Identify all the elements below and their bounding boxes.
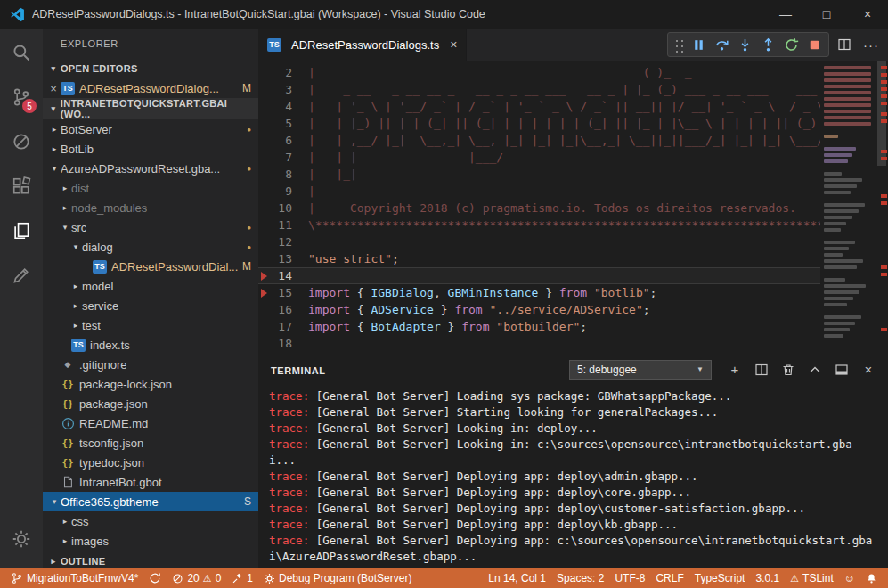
line-number[interactable]: 13 bbox=[258, 250, 292, 267]
code-line[interactable]: "use strict"; bbox=[308, 250, 820, 267]
tree-item-tsconfig-json[interactable]: {}tsconfig.json bbox=[43, 433, 258, 453]
activity-extensions[interactable] bbox=[0, 164, 43, 208]
code-line[interactable]: | |_| | bbox=[308, 166, 820, 183]
maximize-button[interactable]: □ bbox=[806, 0, 847, 29]
open-editor-item[interactable]: ×TSADResetPasswordDialog...M bbox=[43, 78, 258, 98]
code-line[interactable]: | | bbox=[308, 183, 820, 200]
code-line[interactable]: import { BotAdapter } from "botbuilder"; bbox=[308, 318, 820, 335]
git-branch-status[interactable]: MigrationToBotFmwV4* bbox=[5, 568, 143, 588]
problems-status[interactable]: 20 ⚠ 0 bbox=[167, 568, 226, 588]
open-editors-header[interactable]: ▾ OPEN EDITORS bbox=[43, 59, 258, 78]
notifications-bell[interactable] bbox=[860, 568, 883, 588]
tree-item-office365-gbtheme[interactable]: ▾Office365.gbthemeS bbox=[43, 492, 258, 511]
terminal-selector[interactable]: 5: debuggee ▼ bbox=[569, 360, 712, 380]
outline-header[interactable]: ▸ OUTLINE bbox=[43, 551, 258, 568]
line-number[interactable]: 6 bbox=[258, 132, 292, 149]
tree-item-css[interactable]: ▸css bbox=[43, 511, 258, 531]
settings-gear-icon[interactable] bbox=[0, 517, 43, 561]
line-number[interactable]: 2 bbox=[258, 64, 292, 81]
tree-item-azureadpasswordreset-gba-[interactable]: ▾AzureADPasswordReset.gba...● bbox=[43, 159, 258, 178]
code-area[interactable]: | ( )_ _ || _ __ _ __ __ _ __ _ _ __ ___… bbox=[308, 61, 820, 355]
line-number[interactable]: 18 bbox=[258, 335, 292, 352]
line-number[interactable]: 3 bbox=[258, 81, 292, 98]
tree-item-package-lock-json[interactable]: {}package-lock.json bbox=[43, 374, 258, 394]
tree-item-botserver[interactable]: ▸BotServer● bbox=[43, 119, 258, 139]
code-line[interactable]: | ( )_ _ | bbox=[308, 64, 820, 81]
code-line[interactable]: | _ __ _ __ __ _ __ _ _ __ ___ __ _ | |_… bbox=[308, 81, 820, 98]
split-editor-button[interactable] bbox=[833, 33, 856, 56]
new-terminal-button[interactable]: + bbox=[724, 359, 745, 380]
tree-item-package-json[interactable]: {}package.json bbox=[43, 394, 258, 413]
line-number[interactable]: 7 bbox=[258, 149, 292, 166]
line-number[interactable]: 4 bbox=[258, 98, 292, 115]
line-number[interactable]: 16 bbox=[258, 301, 292, 318]
line-number[interactable]: 12 bbox=[258, 233, 292, 250]
code-line[interactable] bbox=[308, 335, 820, 352]
close-button[interactable]: × bbox=[847, 0, 888, 29]
tree-item-typedoc-json[interactable]: {}typedoc.json bbox=[43, 453, 258, 472]
more-actions-button[interactable]: ··· bbox=[859, 37, 883, 53]
code-line[interactable]: import { ADService } from "../service/AD… bbox=[308, 301, 820, 318]
terminal-output[interactable]: trace: [General Bot Server] Loading sys … bbox=[258, 383, 888, 568]
tree-item-index-ts[interactable]: TSindex.ts bbox=[43, 335, 258, 355]
tree-item--gitignore[interactable]: ◆.gitignore bbox=[43, 355, 258, 374]
cursor-position[interactable]: Ln 14, Col 1 bbox=[483, 568, 551, 588]
typescript-version[interactable]: 3.0.1 bbox=[750, 568, 785, 588]
tree-item-test[interactable]: ▸test bbox=[43, 315, 258, 335]
tree-item-src[interactable]: ▾src● bbox=[43, 217, 258, 237]
tree-item-images[interactable]: ▸images bbox=[43, 531, 258, 551]
terminal-tab[interactable]: TERMINAL bbox=[271, 360, 326, 380]
code-line[interactable] bbox=[308, 267, 820, 284]
close-panel-button[interactable]: × bbox=[858, 359, 879, 380]
activity-search[interactable] bbox=[0, 30, 43, 75]
line-number[interactable]: 17 bbox=[258, 318, 292, 335]
line-number[interactable]: 5 bbox=[258, 115, 292, 132]
tree-item-service[interactable]: ▸service bbox=[43, 296, 258, 315]
stop-button[interactable] bbox=[802, 33, 826, 56]
activity-source-control[interactable]: 5 bbox=[0, 75, 43, 119]
line-number[interactable]: 10 bbox=[258, 200, 292, 216]
code-line[interactable]: | | |_) || | | (_| || (_| | | | | | | (_… bbox=[308, 115, 820, 132]
feedback-smiley[interactable]: ☺ bbox=[839, 568, 860, 588]
tab-close-icon[interactable]: × bbox=[450, 37, 457, 52]
tslint-status[interactable]: ⚠ TSLint bbox=[785, 568, 839, 588]
tree-item-model[interactable]: ▸model bbox=[43, 276, 258, 296]
code-line[interactable]: \***************************************… bbox=[308, 216, 820, 233]
code-line[interactable]: | | ,__/ |_| \__,_| \__, |_| |_| |_|\__,… bbox=[308, 132, 820, 149]
tree-item-dist[interactable]: ▸dist bbox=[43, 178, 258, 198]
line-number[interactable]: 9 bbox=[258, 183, 292, 200]
code-line[interactable] bbox=[308, 233, 820, 250]
line-number[interactable]: 11 bbox=[258, 216, 292, 233]
activity-debug[interactable] bbox=[0, 119, 43, 164]
activity-edit[interactable] bbox=[0, 253, 43, 298]
maximize-panel-button[interactable] bbox=[804, 359, 826, 380]
close-editor-icon[interactable]: × bbox=[46, 82, 61, 95]
encoding[interactable]: UTF-8 bbox=[609, 568, 650, 588]
step-into-button[interactable] bbox=[733, 33, 756, 56]
step-over-button[interactable] bbox=[710, 33, 733, 56]
toggle-panel-button[interactable] bbox=[831, 359, 852, 380]
code-line[interactable]: | Copyright 2018 (c) pragmatismo.io. Tod… bbox=[308, 200, 820, 216]
restart-button[interactable] bbox=[779, 33, 802, 56]
language-mode[interactable]: TypeScript bbox=[689, 568, 751, 588]
tree-item-node-modules[interactable]: ▸node_modules bbox=[43, 198, 258, 217]
eol[interactable]: CRLF bbox=[650, 568, 688, 588]
step-out-button[interactable] bbox=[756, 33, 779, 56]
minimize-button[interactable]: — bbox=[765, 0, 806, 29]
editor-scrollbar[interactable] bbox=[876, 61, 888, 355]
pause-button[interactable] bbox=[687, 33, 710, 56]
tree-item-readme-md[interactable]: README.md bbox=[43, 413, 258, 433]
tree-item-botlib[interactable]: ▸BotLib bbox=[43, 139, 258, 159]
activity-explorer[interactable] bbox=[0, 208, 43, 253]
split-terminal-button[interactable] bbox=[751, 359, 772, 380]
minimap[interactable] bbox=[820, 61, 876, 355]
debug-status[interactable]: Debug Program (BotServer) bbox=[258, 568, 417, 588]
tree-item-intranetbot-gbot[interactable]: IntranetBot.gbot bbox=[43, 472, 258, 492]
tree-item-dialog[interactable]: ▾dialog● bbox=[43, 237, 258, 257]
tree-item-adresetpassworddial-[interactable]: TSADResetPasswordDial...M bbox=[43, 257, 258, 276]
code-line[interactable]: | | | |___/ | bbox=[308, 149, 820, 166]
editor-tab[interactable]: TS ADResetPasswordDialogs.ts × bbox=[258, 29, 467, 61]
line-number[interactable]: 8 bbox=[258, 166, 292, 183]
indentation[interactable]: Spaces: 2 bbox=[551, 568, 609, 588]
code-line[interactable]: | | '_ \ | '__/ _` | / _` | '_ ` _ \ / _… bbox=[308, 98, 820, 115]
